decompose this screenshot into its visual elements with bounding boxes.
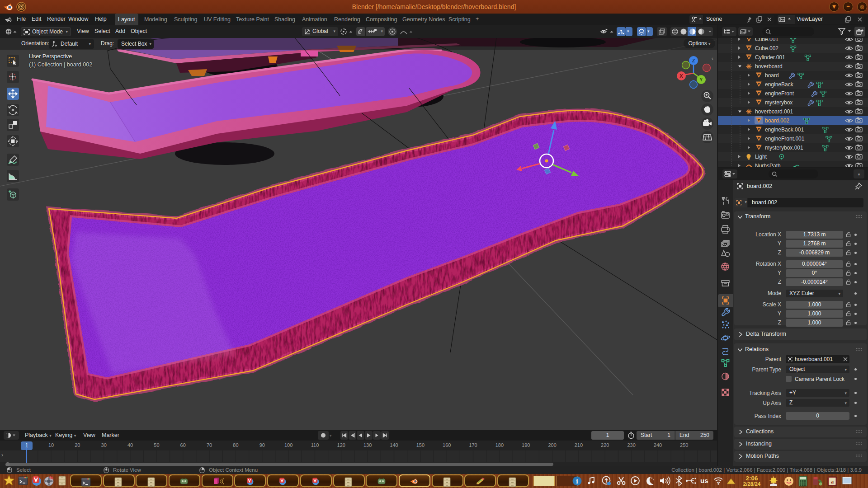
svg-text:X: X [679,73,683,79]
svg-text:i: i [576,478,578,485]
svg-text:Z: Z [692,58,695,63]
svg-text:Y: Y [699,77,703,82]
svg-text:a: a [831,478,834,485]
